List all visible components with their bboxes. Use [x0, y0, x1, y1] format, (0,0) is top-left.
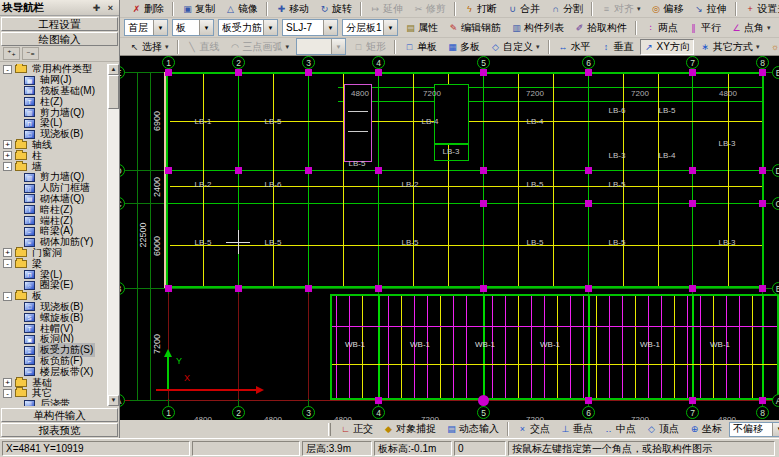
axis-bubble: 3 — [302, 56, 315, 69]
tree-item[interactable]: +柱 — [1, 150, 107, 161]
copy-button[interactable]: ▣复制 — [178, 1, 219, 17]
offset-button[interactable]: ◎偏移 — [647, 1, 688, 17]
merge-button[interactable]: ∪合并 — [503, 1, 544, 17]
collapse-toggle[interactable]: - — [3, 65, 12, 74]
tree-item[interactable]: +基础 — [1, 377, 107, 388]
xy-direction-button[interactable]: ↗XY方向 — [640, 39, 694, 55]
move-button[interactable]: ✚移动 — [272, 1, 313, 17]
object-snap-button[interactable]: ◆对象捕捉 — [379, 421, 440, 437]
line-button: ╲直线 — [183, 39, 224, 55]
select-button[interactable]: ↖选择▾ — [125, 39, 173, 55]
rebar-name-select[interactable]: SLJ-7▼ — [282, 19, 338, 36]
expand-toggle[interactable]: + — [3, 140, 12, 149]
column-node — [375, 397, 382, 404]
beam-line — [692, 74, 693, 286]
rebar-type-select[interactable]: 板受力筋▼ — [218, 19, 278, 36]
midpoint-snap-button[interactable]: ‥中点 — [599, 421, 640, 437]
tree-item[interactable]: ═楼层板带(X) — [1, 366, 107, 377]
button-label: 自定义 — [503, 40, 533, 54]
tree-scrollbar[interactable]: ▲ ▼ — [107, 64, 119, 406]
vertex-snap-button[interactable]: ◇顶点 — [642, 421, 683, 437]
floor-select[interactable]: 首层▼ — [124, 19, 168, 36]
expand-all-button[interactable]: ⁺₊ — [3, 47, 20, 60]
multi-slab-button[interactable]: ▦多板 — [443, 39, 484, 55]
collapse-toggle[interactable]: - — [3, 162, 12, 171]
element-type-select[interactable]: 板▼ — [172, 19, 214, 36]
horizontal-button[interactable]: ↔水平 — [554, 39, 595, 55]
toolbar-separator — [266, 2, 268, 16]
collapse-toggle[interactable]: - — [3, 259, 12, 268]
layer-slab-select[interactable]: 分层板1▼ — [342, 19, 398, 36]
end-column-icon: I — [24, 216, 35, 225]
tab-drawing-input[interactable]: 绘图输入 — [1, 32, 118, 46]
collapse-toggle[interactable]: - — [3, 389, 12, 398]
button-label: 偏移 — [664, 2, 684, 16]
column-node — [759, 69, 766, 76]
custom-button[interactable]: ◇自定义▾ — [486, 39, 544, 55]
axis-bubble: 2 — [232, 56, 245, 69]
radial-rebar-button[interactable]: ☼放射筋▾ — [765, 39, 779, 55]
two-point-button[interactable]: ∶两点 — [641, 20, 682, 36]
tree-item[interactable]: □现浇板(B) — [1, 129, 107, 140]
edit-rebar-button[interactable]: ✎编辑钢筋 — [444, 20, 505, 36]
axis-bubble: E — [772, 66, 779, 79]
tab-report-preview[interactable]: 报表预览 — [1, 423, 118, 437]
break-button[interactable]: ϟ打断 — [460, 1, 501, 17]
toolbar-grip[interactable] — [328, 423, 331, 436]
delete-button[interactable]: ✗删除 — [127, 1, 168, 17]
single-slab-button[interactable]: □单板 — [400, 39, 441, 55]
copy-icon: ▣ — [182, 4, 193, 14]
properties-button[interactable]: ▤属性 — [401, 20, 442, 36]
drawing-canvas[interactable]: LB-1LB-5LB-4LB-4LB-6LB-5LB-3LB-5LB-3LB-3… — [120, 56, 779, 420]
mirror-button[interactable]: △镜像 — [221, 1, 262, 17]
collapse-toggle[interactable]: - — [3, 292, 12, 301]
button-label: 交点 — [530, 422, 550, 436]
tab-single-component-input[interactable]: 单构件输入 — [1, 408, 118, 422]
other-method-button[interactable]: ∗其它方式▾ — [696, 39, 764, 55]
stair-mark — [348, 111, 368, 112]
button-label: 三点画弧 — [243, 40, 283, 54]
dynamic-input-button[interactable]: ▤动态输入 — [442, 421, 503, 437]
chevron-down-icon: ▼ — [199, 20, 213, 35]
offset-mode-select[interactable]: 不偏移 ▼ — [729, 422, 779, 437]
coordinate-snap-button[interactable]: ⊕坐标 — [685, 421, 726, 437]
parallel-button[interactable]: ∥平行 — [684, 20, 725, 36]
pick-component-button[interactable]: ✐拾取构件 — [570, 20, 631, 36]
rebar-line — [674, 296, 675, 398]
expand-toggle[interactable]: + — [3, 151, 12, 160]
dimension-text: 4800 — [714, 89, 742, 98]
dimension-text: 7200 — [418, 89, 446, 98]
tree-item[interactable]: +轴线 — [1, 140, 107, 151]
close-icon[interactable]: × — [104, 2, 117, 14]
scroll-thumb[interactable] — [108, 75, 119, 109]
expand-toggle[interactable]: + — [3, 248, 12, 257]
collapse-all-button[interactable]: ⁻₌ — [22, 47, 39, 60]
intersection-snap-button[interactable]: ×交点 — [513, 421, 554, 437]
set-grips-button[interactable]: +设置夹点 — [741, 1, 779, 17]
tree-item[interactable]: ▒后浇带 — [1, 399, 107, 406]
axis-bubble: C — [772, 197, 779, 210]
rebar-line — [531, 296, 532, 398]
tab-project-settings[interactable]: 工程设置 — [1, 17, 118, 31]
vertical-button[interactable]: ↕垂直 — [597, 39, 638, 55]
column-node — [759, 285, 766, 292]
pin-icon[interactable]: ✚ — [90, 2, 103, 14]
tree-item[interactable]: +门窗洞 — [1, 248, 107, 259]
tree-item[interactable]: ○圈梁(E) — [1, 280, 107, 291]
component-list-button[interactable]: ▥构件列表 — [507, 20, 568, 36]
scroll-up-icon[interactable]: ▲ — [108, 64, 119, 75]
ortho-button[interactable]: ∟正交 — [336, 421, 377, 437]
rotate-button[interactable]: ↻旋转 — [315, 1, 356, 17]
point-angle-button[interactable]: ∠点角▾ — [727, 20, 775, 36]
toolbar-draw: ↖选择▾╲直线◠三点画弧▾▼□矩形□单板▦多板◇自定义▾↔水平↕垂直↗XY方向∗… — [120, 38, 779, 56]
beam-icon: Π — [24, 119, 35, 128]
slab-label: LB-3 — [437, 147, 465, 156]
perpendicular-snap-button[interactable]: ⊥垂点 — [556, 421, 597, 437]
column-node — [585, 167, 592, 174]
stretch-button[interactable]: ↘拉伸 — [690, 1, 731, 17]
expand-toggle[interactable]: + — [3, 378, 12, 387]
split-button[interactable]: ∩分割 — [546, 1, 587, 17]
button-label: 合并 — [520, 2, 540, 16]
scroll-down-icon[interactable]: ▼ — [108, 395, 119, 406]
column-node — [478, 395, 489, 406]
